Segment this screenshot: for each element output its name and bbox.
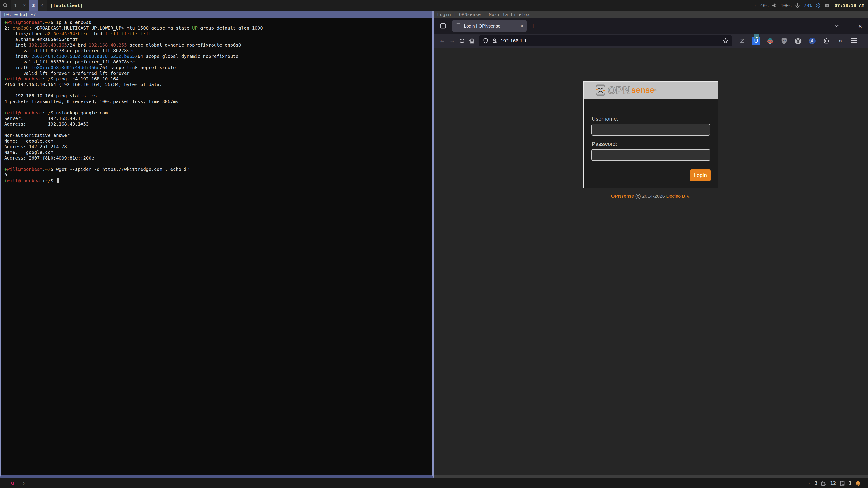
expand-chevron-icon[interactable]: ›	[22, 480, 25, 486]
firefox-tabbar: Login | OPNsense × + ×	[434, 18, 868, 34]
volume-level: 40%	[760, 3, 768, 8]
list-tabs-chevron-icon[interactable]	[833, 23, 840, 29]
mic-level: 100%	[780, 3, 792, 8]
clipboard-history-icon[interactable]	[839, 480, 846, 486]
privacy-badger-extension-icon[interactable]	[794, 37, 802, 45]
opnsense-favicon	[455, 23, 462, 29]
clipboard-count: 12	[830, 480, 836, 486]
workspace-4[interactable]: 4	[38, 0, 47, 11]
firefox-navbar: ← → 192.168.1.1 Z U 1 uO	[434, 34, 868, 48]
bottom-status-bar: › ‹ 3 12 1	[0, 478, 868, 488]
password-label: Password:	[592, 141, 617, 147]
login-panel: OPNsense® Username: Password: Login	[583, 81, 718, 188]
bitwarden-extension-icon[interactable]: U 1	[752, 37, 761, 45]
tab-title: Login | OPNsense	[464, 24, 518, 29]
bookmark-star-icon[interactable]	[722, 38, 729, 44]
disguise-glasses-extension-icon[interactable]	[766, 37, 774, 45]
clock: 07:58:58 AM	[835, 3, 864, 8]
bluetooth-icon	[815, 2, 821, 8]
workspace-2[interactable]: 2	[20, 0, 29, 11]
opnsense-footer: OPNsense (c) 2014-2026 Deciso B.V.	[583, 193, 718, 199]
svg-text:uO: uO	[782, 39, 786, 42]
tab-close-icon[interactable]: ×	[520, 23, 524, 29]
windows-stack-icon[interactable]	[820, 480, 827, 486]
network-icon	[824, 2, 830, 8]
workspace-1[interactable]: 1	[11, 0, 20, 11]
tray-collapse-icon[interactable]: ‹	[754, 2, 757, 8]
speaker-icon	[772, 2, 777, 8]
top-status-bar: 1 2 3 4 [footclient] ‹ 40% 100% 70% 07:5…	[0, 0, 868, 11]
menu-hamburger-icon[interactable]	[850, 37, 859, 45]
ublock-origin-extension-icon[interactable]: uO	[780, 37, 788, 45]
tab-login-opnsense[interactable]: Login | OPNsense ×	[452, 20, 527, 32]
terminal-window: [0: echo] ~/ +will@moonbeam:~/$ ip a s e…	[0, 11, 434, 478]
eu-consent-lock-extension-icon[interactable]	[808, 37, 816, 45]
registered-mark: ®	[654, 89, 657, 92]
firefox-window: Login | OPNsense — Mozilla Firefox Login…	[434, 11, 868, 478]
deciso-footer-link[interactable]: Deciso B.V.	[666, 193, 690, 199]
workspace-3-active[interactable]: 3	[29, 0, 38, 11]
opnsense-footer-link[interactable]: OPNsense	[611, 193, 634, 199]
bitwarden-badge: 1	[754, 34, 759, 39]
terminal-titlebar[interactable]: [0: echo] ~/	[1, 11, 432, 18]
opnsense-login-page: OPNsense® Username: Password: Login OPNs…	[434, 48, 868, 475]
forward-button[interactable]: →	[447, 36, 457, 46]
overflow-chevrons-icon[interactable]: »	[836, 37, 844, 45]
extensions-puzzle-icon[interactable]	[822, 37, 831, 45]
new-tab-button[interactable]: +	[531, 22, 535, 30]
opnsense-logo-mark-icon	[595, 84, 605, 96]
opnsense-logo: OPNsense®	[584, 82, 718, 98]
microphone-icon	[795, 2, 800, 8]
back-button[interactable]: ←	[437, 36, 447, 46]
notification-count: 1	[849, 480, 852, 486]
footer-copyright: (c) 2014-2026	[634, 193, 666, 199]
firefox-titlebar[interactable]: Login | OPNsense — Mozilla Firefox	[434, 11, 868, 18]
terminal-body[interactable]: +will@moonbeam:~/$ ip a s enp6s02: enp6s…	[1, 18, 432, 475]
tray-chevron-icon[interactable]: ‹	[808, 480, 811, 486]
home-button[interactable]	[467, 36, 477, 46]
window-close-icon[interactable]: ×	[858, 22, 862, 30]
extension-toolbar: Z U 1 uO »	[738, 37, 859, 45]
url-bar[interactable]: 192.168.1.1	[479, 35, 732, 46]
url-text: 192.168.1.1	[500, 38, 720, 44]
session-name: [footclient]	[50, 3, 83, 8]
logo-opn-text: OPN	[608, 84, 631, 96]
notification-bell-icon[interactable]	[855, 480, 861, 486]
logo-sense-text: sense	[631, 86, 654, 95]
windows-count: 3	[814, 480, 817, 486]
debian-logo-icon[interactable]	[9, 480, 16, 486]
tracking-protection-shield-icon[interactable]	[483, 38, 489, 44]
reload-button[interactable]	[457, 36, 467, 46]
insecure-lock-icon[interactable]	[491, 38, 498, 44]
login-button[interactable]: Login	[690, 169, 711, 181]
bluetooth-level: 70%	[804, 3, 812, 8]
search-icon[interactable]	[0, 0, 11, 11]
zotero-extension-icon[interactable]: Z	[738, 37, 746, 45]
password-input[interactable]	[591, 149, 710, 161]
username-label: Username:	[592, 116, 618, 122]
username-input[interactable]	[591, 124, 710, 135]
terminal-output: +will@moonbeam:~/$ ip a s enp6s02: enp6s…	[4, 20, 432, 184]
firefox-view-icon[interactable]	[438, 22, 447, 31]
